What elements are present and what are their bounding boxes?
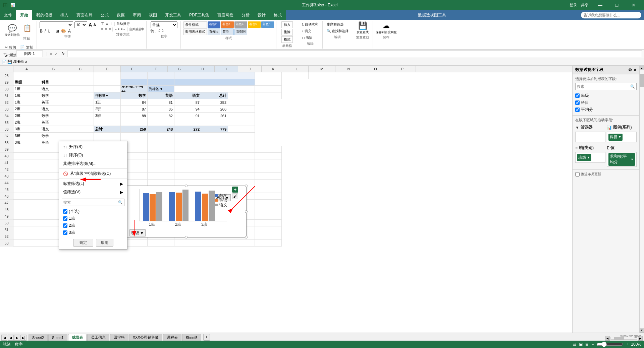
field-kemu-checkbox[interactable]: [575, 100, 580, 105]
sheet-nav-last[interactable]: ▶|: [20, 335, 26, 341]
cell-G30[interactable]: [174, 86, 201, 92]
panel-settings-icon[interactable]: ⚙: [628, 68, 632, 72]
filter-cancel-btn[interactable]: 取消: [96, 239, 113, 247]
field-pingjunfen[interactable]: 平均分: [575, 106, 637, 113]
color6-btn[interactable]: 着色6: [261, 21, 274, 28]
cell-G33[interactable]: 94: [174, 106, 201, 113]
cell-H31[interactable]: 总计: [201, 92, 228, 99]
row-32[interactable]: 32: [0, 99, 13, 106]
row-39[interactable]: 39: [0, 146, 13, 153]
cell-I43[interactable]: [228, 173, 255, 180]
align-bottom-btn[interactable]: ⊥: [109, 21, 113, 26]
cell-D29[interactable]: [94, 79, 121, 86]
cell-I33[interactable]: [228, 106, 255, 113]
row-46[interactable]: 46: [0, 193, 13, 200]
tab-home[interactable]: 开始: [16, 10, 32, 20]
cell-F31[interactable]: 英语: [148, 92, 174, 99]
save-baidu-btn[interactable]: 发查查找: [357, 30, 369, 34]
cell-C36[interactable]: [67, 126, 94, 133]
row-31[interactable]: 31: [0, 92, 13, 99]
maximize-btn[interactable]: □: [609, 0, 625, 10]
tab-formula[interactable]: 公式: [97, 10, 113, 20]
tab-format[interactable]: 格式: [270, 10, 286, 20]
col-header-B[interactable]: B: [40, 66, 67, 72]
currency-btn[interactable]: 货币: [221, 28, 234, 36]
cell-F44[interactable]: [148, 180, 174, 186]
row-52[interactable]: 52: [0, 233, 13, 240]
bold-btn[interactable]: B: [40, 29, 43, 33]
cell-G39[interactable]: [174, 146, 201, 153]
zoom-in-btn[interactable]: +: [626, 342, 628, 347]
row-37[interactable]: 37: [0, 133, 13, 139]
formula-input[interactable]: [67, 51, 642, 57]
cut-btn[interactable]: ✂ 剪切: [3, 44, 17, 51]
increase-decimal-btn[interactable]: .0: [158, 29, 161, 33]
cell-D36-total[interactable]: 总计: [94, 126, 121, 133]
format-cell-btn[interactable]: 格式: [281, 36, 293, 43]
cell-A34[interactable]: 2班: [13, 113, 40, 119]
save-icon[interactable]: 💾: [7, 60, 12, 64]
cell-J46[interactable]: [255, 193, 282, 200]
cell-E37[interactable]: [121, 133, 148, 139]
cell-A32[interactable]: 1班: [13, 99, 40, 106]
cell-G28[interactable]: [174, 72, 201, 79]
col-header-I[interactable]: I: [215, 66, 238, 72]
decrease-decimal-btn[interactable]: 0.: [162, 29, 164, 33]
align-top-btn[interactable]: ⊤: [101, 21, 104, 26]
row-44[interactable]: 44: [0, 180, 13, 186]
cell-I30[interactable]: [228, 86, 255, 92]
delete-cell-btn[interactable]: 删除: [281, 29, 293, 36]
cell-G53[interactable]: [174, 240, 201, 247]
row-49[interactable]: 49: [0, 213, 13, 220]
cell-J41[interactable]: [255, 159, 282, 166]
legend-item-dropdown[interactable]: ▼: [619, 135, 622, 139]
cell-B31[interactable]: 数学: [40, 92, 67, 99]
col-header-A[interactable]: A: [13, 66, 40, 72]
cell-H43[interactable]: [201, 173, 228, 180]
col-header-E[interactable]: E: [121, 66, 144, 72]
conditional-format-btn[interactable]: 条件格式: [183, 21, 207, 28]
sheet-nav-next[interactable]: ▶: [14, 335, 20, 341]
cell-F29[interactable]: [148, 79, 174, 86]
print-preview-icon[interactable]: 👁: [17, 60, 21, 64]
value-filter-item[interactable]: 值筛选(V) ▶: [59, 188, 127, 196]
cell-J52[interactable]: [255, 233, 282, 240]
cell-J47[interactable]: [255, 200, 282, 206]
col-header-P[interactable]: P: [389, 66, 416, 72]
tab-insert[interactable]: 插入: [56, 10, 72, 20]
indent-increase-btn[interactable]: ≡→: [121, 27, 125, 31]
cell-J53[interactable]: [255, 240, 282, 247]
clear-filter-item[interactable]: 🚫 从"班级"中清除筛选(C): [59, 169, 127, 178]
cell-I39[interactable]: [228, 146, 255, 153]
cell-A41[interactable]: [13, 159, 40, 166]
cell-A42[interactable]: [13, 166, 40, 173]
cell-J28[interactable]: [255, 72, 282, 79]
color2-btn[interactable]: 着色2: [208, 21, 220, 28]
cell-A28[interactable]: [13, 72, 40, 79]
tab-baidu[interactable]: 百度网盘: [213, 10, 237, 20]
cell-B33[interactable]: 语文: [40, 106, 67, 113]
cell-B32[interactable]: 英语: [40, 99, 67, 106]
field-pingjunfen-checkbox[interactable]: [575, 108, 580, 112]
tab-pdf[interactable]: PDF工具集: [185, 10, 213, 20]
col-header-G[interactable]: G: [168, 66, 191, 72]
col-header-N[interactable]: N: [335, 66, 362, 72]
col-header-D[interactable]: D: [94, 66, 121, 72]
zoom-slider[interactable]: [596, 343, 623, 346]
cell-J31[interactable]: [255, 92, 282, 99]
cell-F36[interactable]: 248: [148, 126, 174, 133]
cell-A43[interactable]: [13, 173, 40, 180]
cell-H41[interactable]: [201, 159, 228, 166]
sheet-nav-first[interactable]: |◀: [1, 335, 7, 341]
cell-H34[interactable]: 261: [201, 113, 228, 119]
search-input[interactable]: [581, 12, 641, 18]
align-center-btn[interactable]: ≡: [105, 27, 107, 31]
tab-design[interactable]: 设计: [254, 10, 270, 20]
tab-data[interactable]: 数据: [113, 10, 129, 20]
cell-H40[interactable]: [201, 153, 228, 159]
row-48[interactable]: 48: [0, 206, 13, 213]
fill-color-btn[interactable]: 🎨: [61, 29, 66, 33]
col-header-J[interactable]: J: [238, 66, 262, 72]
sheet-tab-yuangongxinxi[interactable]: 员工信息: [87, 334, 109, 341]
cell-G44[interactable]: [174, 180, 201, 186]
